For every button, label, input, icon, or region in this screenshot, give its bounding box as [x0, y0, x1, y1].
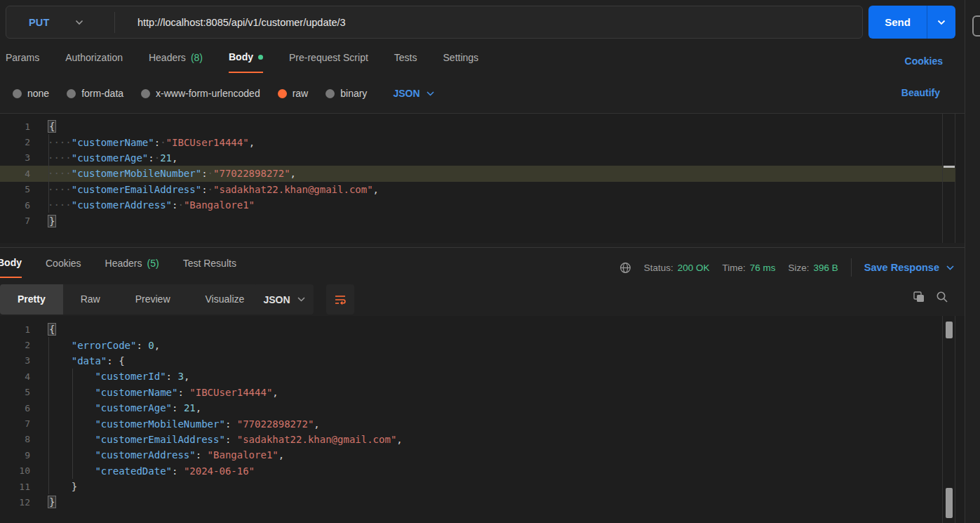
- view-raw[interactable]: Raw: [63, 284, 118, 315]
- line-number: 10: [0, 465, 30, 476]
- tab-settings[interactable]: Settings: [443, 51, 479, 73]
- body-format-label: JSON: [393, 88, 419, 99]
- scrollbar-thumb[interactable]: [946, 488, 953, 518]
- token-key: "customerName": [95, 387, 177, 398]
- code-text: "errorCode": 0,: [48, 340, 160, 351]
- response-format-dropdown[interactable]: JSON: [255, 284, 314, 315]
- tab-params[interactable]: Params: [6, 51, 39, 73]
- send-options-button[interactable]: [927, 6, 955, 39]
- chevron-down-icon: [946, 265, 954, 270]
- token-num: 0: [148, 340, 154, 351]
- token-punc: :: [196, 449, 201, 461]
- wrap-lines-button[interactable]: [326, 284, 354, 315]
- line-number: 8: [0, 434, 30, 444]
- tab-label: Authorization: [65, 52, 123, 63]
- save-response-button[interactable]: Save Response: [864, 262, 954, 273]
- code-text: ····"customerAddress":·"Bangalore1": [48, 199, 255, 211]
- token-str: "sadakhat22.khan@gmail.com": [237, 434, 397, 445]
- body-present-dot: [258, 55, 263, 60]
- whitespace: ·: [208, 168, 213, 179]
- response-body-editor[interactable]: 1{2 "errorCode": 0,3 "data": {4 "custome…: [0, 316, 965, 523]
- whitespace: ····: [48, 152, 72, 164]
- body-mode-none[interactable]: none: [13, 88, 49, 99]
- code-line: 5····"customerEmailAddress":·"sadakhat22…: [0, 182, 965, 197]
- response-tab-body[interactable]: Body: [0, 257, 22, 278]
- globe-icon[interactable]: [619, 262, 631, 274]
- view-pretty[interactable]: Pretty: [0, 284, 63, 315]
- beautify-link[interactable]: Beautify: [901, 87, 940, 98]
- token-str: "Bangalore1": [184, 199, 255, 211]
- whitespace: [48, 465, 95, 477]
- response-actions: [913, 291, 948, 303]
- line-number: 4: [0, 371, 30, 382]
- whitespace: [48, 340, 72, 351]
- search-icon[interactable]: [936, 291, 948, 303]
- body-mode-binary[interactable]: binary: [325, 88, 367, 99]
- token-bracebox: }: [48, 496, 56, 508]
- request-editor-scrollbar[interactable]: [942, 113, 955, 243]
- whitespace: [48, 387, 95, 398]
- code-text: ····"customerAge":·21,: [48, 152, 177, 164]
- response-view-switcher: PrettyRawPreviewVisualize: [0, 284, 262, 315]
- token-bracebox: {: [48, 120, 56, 133]
- method-label: PUT: [29, 17, 50, 28]
- body-mode-form-data[interactable]: form-data: [67, 88, 123, 99]
- line-number: 4: [0, 168, 30, 179]
- token-num: 21: [184, 402, 196, 413]
- url-input[interactable]: http://localhost:8085/api/v1/customer/up…: [115, 17, 346, 28]
- code-line: 12}: [0, 494, 965, 510]
- code-text: "customerAddress": "Bangalore1",: [48, 449, 284, 461]
- scrollbar-thumb[interactable]: [946, 322, 953, 338]
- response-tab-cookies[interactable]: Cookies: [46, 257, 81, 278]
- whitespace: ····: [48, 184, 72, 195]
- token-punc: :: [154, 137, 160, 148]
- body-mode-label: raw: [293, 88, 309, 99]
- code-line: 1{: [0, 322, 965, 337]
- view-visualize[interactable]: Visualize: [188, 284, 262, 315]
- token-punc: ,: [396, 434, 402, 445]
- method-selector[interactable]: PUT: [6, 17, 114, 28]
- code-text: "customerId": 3,: [48, 371, 189, 382]
- token-bracebox: {: [48, 323, 56, 336]
- copy-icon[interactable]: [913, 291, 925, 303]
- cookies-link[interactable]: Cookies: [905, 55, 943, 67]
- indent-guide: [48, 337, 49, 494]
- whitespace: ·: [177, 199, 183, 211]
- body-format-dropdown[interactable]: JSON: [393, 88, 434, 99]
- clipped-panel-icon[interactable]: [972, 15, 980, 37]
- token-str: "77022898272": [213, 168, 290, 179]
- code-line: 5 "customerName": "IBCUser14444",: [0, 385, 965, 400]
- request-body-editor[interactable]: 1{2····"customerName":·"IBCUser14444",3·…: [0, 113, 965, 243]
- tab-headers[interactable]: Headers(8): [149, 51, 203, 73]
- send-button[interactable]: Send: [868, 6, 927, 39]
- right-sidebar-rail: [965, 0, 980, 523]
- token-str: "IBCUser14444": [189, 387, 272, 398]
- response-tab-headers[interactable]: Headers(5): [105, 257, 159, 278]
- tab-body[interactable]: Body: [229, 51, 263, 73]
- time-badge: Time: 76 ms: [722, 263, 775, 273]
- token-key: "customerEmailAddress": [95, 434, 224, 445]
- body-mode-x-www-form-urlencoded[interactable]: x-www-form-urlencoded: [141, 88, 260, 99]
- line-number: 2: [0, 340, 30, 350]
- status-badge: Status: 200 OK: [644, 263, 710, 273]
- response-tab-test-results[interactable]: Test Results: [183, 257, 236, 278]
- tab-tests[interactable]: Tests: [394, 51, 417, 73]
- view-preview[interactable]: Preview: [118, 284, 188, 315]
- code-text: }: [48, 216, 56, 227]
- body-mode-raw[interactable]: raw: [278, 88, 309, 99]
- send-button-group: Send: [868, 6, 955, 39]
- response-editor-scrollbar[interactable]: [942, 316, 955, 523]
- whitespace: [231, 418, 236, 430]
- tab-count-badge: (5): [147, 258, 159, 269]
- whitespace: [48, 481, 72, 492]
- token-key: "customerAddress": [72, 199, 172, 211]
- line-number: 7: [0, 418, 30, 429]
- token-str: "IBCUser14444": [166, 137, 249, 148]
- token-str: "sadakhat22.khan@gmail.com": [213, 184, 373, 195]
- code-line: 3····"customerAge":·21,: [0, 150, 965, 166]
- tab-pre-request-script[interactable]: Pre-request Script: [289, 51, 368, 73]
- token-punc: ,: [314, 418, 319, 430]
- tab-authorization[interactable]: Authorization: [65, 51, 123, 73]
- token-punc: ,: [249, 137, 255, 148]
- whitespace: ·: [160, 137, 166, 148]
